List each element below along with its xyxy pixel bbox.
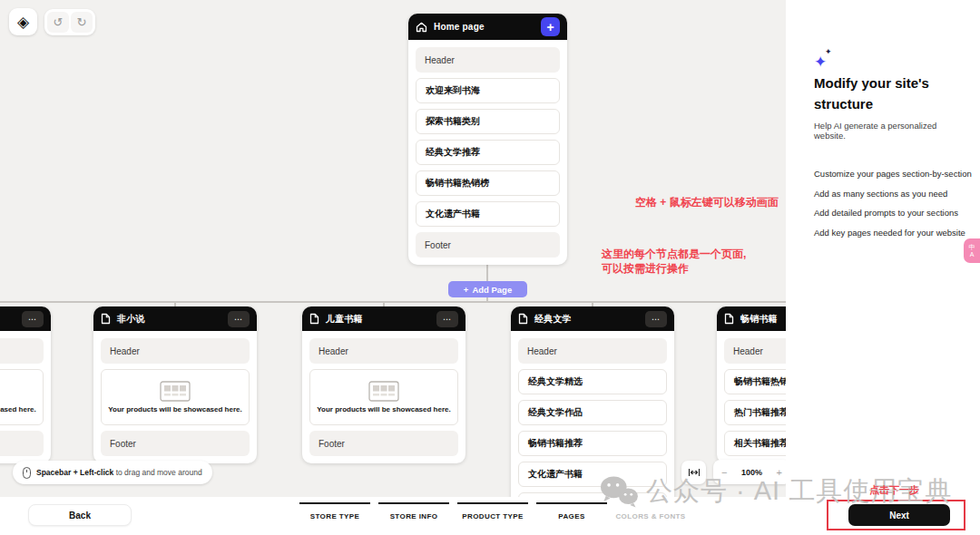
- zoom-level: 100%: [741, 468, 762, 477]
- step-tab-label: PAGES: [536, 512, 607, 520]
- zoom-out-button[interactable]: −: [721, 467, 727, 478]
- section-row[interactable]: 畅销书籍热销榜: [724, 369, 786, 394]
- section-row[interactable]: 热门书籍推荐: [724, 400, 786, 425]
- page-node[interactable]: 非小说⋯HeaderYour products will be showcase…: [93, 306, 257, 463]
- section-row[interactable]: Footer: [309, 431, 458, 456]
- fit-to-screen-button[interactable]: [681, 461, 706, 484]
- section-row[interactable]: 经典文学作品: [518, 400, 667, 425]
- step-tab-product-type[interactable]: PRODUCT TYPE: [457, 502, 528, 520]
- translate-extension-badge[interactable]: 中 A: [964, 238, 980, 263]
- panel-subtitle: Help AI generate a personalized website.: [814, 121, 968, 141]
- section-row[interactable]: Your products will be showcased here.: [101, 369, 250, 425]
- page-icon: [518, 313, 528, 325]
- product-grid-icon: [368, 381, 399, 402]
- sitemap-canvas[interactable]: ◈ ↺ ↻ Home page + Header欢迎来到书海探索书籍类别经典文学…: [0, 0, 786, 497]
- page-node[interactable]: 儿童书籍⋯HeaderYour products will be showcas…: [302, 306, 466, 463]
- panel-tips-list: Customize your pages section-by-sectionA…: [814, 169, 975, 247]
- node-menu-button[interactable]: ⋯: [22, 311, 44, 327]
- app-logo-button[interactable]: ◈: [9, 8, 37, 35]
- home-page-node[interactable]: Home page + Header欢迎来到书海探索书籍类别经典文学推荐畅销书籍…: [408, 14, 567, 265]
- fit-width-icon: [688, 468, 701, 477]
- back-button[interactable]: Back: [28, 504, 132, 526]
- page-node[interactable]: ⋯HeaderYour products will be showcased h…: [0, 306, 51, 463]
- section-row[interactable]: 文化遗产书籍: [416, 201, 560, 227]
- add-section-button[interactable]: +: [541, 17, 560, 36]
- plus-icon: +: [464, 285, 469, 295]
- node-menu-button[interactable]: ⋯: [645, 311, 667, 327]
- section-row[interactable]: 畅销书籍推荐: [518, 431, 667, 456]
- section-row[interactable]: 经典文学推荐: [416, 140, 560, 165]
- redo-button[interactable]: ↻: [71, 12, 93, 33]
- step-tab-store-type[interactable]: STORE TYPE: [299, 502, 370, 520]
- node-title: 非小说: [117, 313, 145, 326]
- page: ◈ ↺ ↻ Home page + Header欢迎来到书海探索书籍类别经典文学…: [0, 0, 980, 535]
- add-page-button[interactable]: +Add Page: [448, 281, 527, 297]
- home-icon: [416, 22, 427, 33]
- section-row[interactable]: 文化遗产书籍: [518, 462, 667, 487]
- product-placeholder-text: Your products will be showcased here.: [0, 405, 36, 413]
- section-row[interactable]: Header: [518, 338, 667, 364]
- section-row[interactable]: Footer: [101, 431, 250, 456]
- panel-tip-item: Add as many sections as you need: [814, 189, 975, 199]
- section-row[interactable]: Your products will be showcased here.: [309, 369, 458, 425]
- node-title: 经典文学: [534, 313, 572, 326]
- node-menu-button[interactable]: ⋯: [228, 311, 250, 327]
- annotation-node-tip: 这里的每个节点都是一个页面, 可以按需进行操作: [602, 247, 746, 276]
- step-tab-label: STORE TYPE: [299, 512, 370, 520]
- translate-icon: A: [970, 251, 975, 258]
- section-row[interactable]: Footer: [416, 232, 560, 258]
- ellipsis-icon: ⋯: [443, 315, 452, 324]
- step-tab-label: COLORS & FONTS: [615, 512, 686, 520]
- redo-icon: ↻: [77, 16, 87, 28]
- step-tab-colors-fonts[interactable]: COLORS & FONTS: [615, 502, 686, 520]
- panel-tip-item: Add detailed prompts to your sections: [814, 208, 975, 218]
- ellipsis-icon: ⋯: [234, 315, 243, 324]
- plus-icon: +: [546, 20, 554, 34]
- section-row[interactable]: 探索书籍类别: [416, 109, 560, 134]
- node-menu-button[interactable]: ⋯: [436, 311, 458, 327]
- panel-tip-item: Add key pages needed for your website: [814, 228, 975, 238]
- connector-line: [0, 301, 786, 303]
- undo-icon: ↺: [54, 16, 64, 28]
- next-button[interactable]: Next: [848, 504, 950, 526]
- undo-button[interactable]: ↺: [47, 12, 69, 33]
- connector-line: [486, 265, 488, 281]
- product-placeholder-text: Your products will be showcased here.: [108, 405, 241, 413]
- zoom-control: − 100% +: [713, 460, 786, 484]
- step-progress-line: [615, 502, 686, 504]
- step-tab-pages[interactable]: PAGES: [536, 502, 607, 520]
- section-row[interactable]: Header: [309, 338, 458, 364]
- node-title: Home page: [434, 22, 485, 32]
- step-tab-store-info[interactable]: STORE INFO: [378, 502, 449, 520]
- section-row[interactable]: 相关书籍推荐: [724, 431, 786, 456]
- right-panel: ✦✦ Modify your site's structure Help AI …: [786, 0, 980, 535]
- section-row[interactable]: 经典文学精选: [518, 369, 667, 394]
- section-row[interactable]: Header: [0, 338, 44, 364]
- history-toolbar: ↺ ↻: [44, 9, 95, 35]
- translate-icon: 中: [969, 244, 975, 251]
- section-row[interactable]: Footer: [0, 431, 44, 456]
- step-progress-line: [299, 502, 370, 504]
- product-placeholder-text: Your products will be showcased here.: [317, 405, 450, 413]
- step-progress-line: [536, 502, 607, 504]
- annotation-next-tip: 点击下一步: [869, 483, 919, 497]
- section-row[interactable]: Your products will be showcased here.: [0, 369, 44, 425]
- ellipsis-icon: ⋯: [28, 315, 37, 324]
- ellipsis-icon: ⋯: [652, 315, 661, 324]
- page-node[interactable]: 经典文学⋯Header经典文学精选经典文学作品畅销书籍推荐文化遗产书籍: [511, 306, 674, 497]
- zoom-in-button[interactable]: +: [777, 467, 782, 478]
- section-row[interactable]: Header: [724, 338, 786, 364]
- section-row[interactable]: Header: [101, 338, 250, 364]
- product-grid-icon: [160, 381, 191, 402]
- panel-title: Modify your site's structure: [814, 73, 959, 115]
- page-icon: [101, 313, 111, 325]
- step-tabs: STORE TYPESTORE INFOPRODUCT TYPEPAGESCOL…: [299, 502, 686, 520]
- page-node[interactable]: 畅销书籍⋯Header畅销书籍热销榜热门书籍推荐相关书籍推荐: [717, 306, 786, 463]
- footer-bar: Back STORE TYPESTORE INFOPRODUCT TYPEPAG…: [0, 497, 980, 535]
- section-row[interactable]: 欢迎来到书海: [416, 78, 560, 103]
- section-row[interactable]: 畅销书籍热销榜: [416, 170, 560, 196]
- step-tab-label: PRODUCT TYPE: [457, 512, 528, 520]
- section-row[interactable]: Header: [416, 47, 560, 73]
- diamond-logo-icon: ◈: [17, 13, 29, 32]
- mouse-icon: [23, 467, 31, 479]
